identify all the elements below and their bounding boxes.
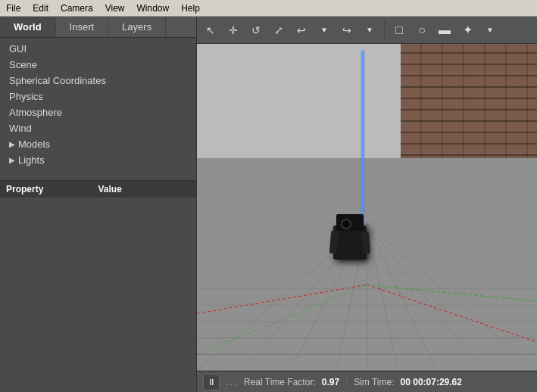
sphere-shape-button[interactable]: ○	[411, 20, 432, 41]
svg-line-18	[367, 285, 538, 343]
svg-line-16	[367, 224, 538, 371]
tree-item-scene[interactable]: Scene	[0, 57, 196, 73]
status-dots: ...	[226, 377, 238, 387]
content-area: World Insert Layers GUI Scene Spherical …	[0, 17, 537, 392]
svg-line-19	[367, 285, 538, 302]
tab-layers[interactable]: Layers	[108, 17, 166, 37]
tree-item-physics[interactable]: Physics	[0, 89, 196, 104]
main: World Insert Layers GUI Scene Spherical …	[0, 17, 537, 392]
select-tool-button[interactable]: ↖	[200, 20, 221, 41]
redo-more-button[interactable]: ▼	[359, 20, 380, 41]
statusbar: ⏸ ... Real Time Factor: 0.97 | Sim Time:…	[197, 371, 537, 392]
tree-item-gui[interactable]: GUI	[0, 41, 196, 57]
svg-line-13	[367, 224, 398, 371]
rtf-label: Real Time Factor:	[244, 377, 316, 387]
tree-item-models[interactable]: ▶ Models	[0, 136, 196, 152]
scene-view[interactable]	[197, 44, 537, 371]
tree-item-atmosphere[interactable]: Atmosphere	[0, 104, 196, 120]
ceiling	[197, 44, 418, 168]
blue-axis-line	[362, 51, 364, 234]
menu-view[interactable]: View	[99, 2, 131, 15]
svg-line-17	[197, 285, 367, 314]
light-tool-button[interactable]: ✦	[457, 20, 478, 41]
property-header: Property Value	[0, 181, 196, 198]
undo-button[interactable]: ↩	[291, 20, 312, 41]
scale-tool-button[interactable]: ⤢	[268, 20, 289, 41]
svg-line-20	[197, 285, 367, 355]
status-separator: |	[345, 377, 348, 387]
move-tool-button[interactable]: ✛	[223, 20, 244, 41]
tree-panel: GUI Scene Spherical Coordinates Physics …	[0, 38, 196, 180]
tab-insert[interactable]: Insert	[56, 17, 109, 37]
cylinder-shape-button[interactable]: ▬	[434, 20, 455, 41]
tree-item-wind[interactable]: Wind	[0, 120, 196, 136]
menu-file[interactable]: File	[0, 2, 27, 15]
box-shape-button[interactable]: □	[389, 20, 410, 41]
rtf-value: 0.97	[322, 377, 339, 387]
rotate-tool-button[interactable]: ↺	[245, 20, 267, 41]
svg-line-14	[367, 224, 437, 371]
pause-button[interactable]: ⏸	[203, 374, 220, 390]
more-tools-button[interactable]: ▼	[479, 20, 501, 41]
grid-overlay	[197, 158, 537, 371]
tree-item-spherical[interactable]: Spherical Coordinates	[0, 73, 196, 89]
redo-button[interactable]: ↪	[336, 20, 357, 41]
menu-help[interactable]: Help	[175, 2, 206, 15]
left-panel: World Insert Layers GUI Scene Spherical …	[0, 17, 197, 392]
tree-item-lights[interactable]: ▶ Lights	[0, 152, 196, 168]
menu-window[interactable]: Window	[131, 2, 176, 15]
property-col-header: Property	[6, 184, 98, 194]
lights-arrow-icon: ▶	[9, 156, 15, 164]
models-arrow-icon: ▶	[9, 140, 15, 148]
scene-robot	[330, 216, 370, 260]
sim-time-label: Sim Time:	[354, 377, 394, 387]
tab-bar: World Insert Layers	[0, 17, 196, 38]
tab-world[interactable]: World	[0, 17, 56, 37]
property-panel: Property Value	[0, 180, 196, 392]
value-col-header: Value	[98, 184, 191, 194]
toolbar: ↖ ✛ ↺ ⤢ ↩ ▼ ↪ ▼ □ ○ ▬ ✦ ▼	[197, 17, 537, 44]
undo-more-button[interactable]: ▼	[314, 20, 335, 41]
sim-time-value: 00 00:07:29.62	[401, 377, 462, 387]
svg-line-15	[367, 224, 483, 371]
menu-edit[interactable]: Edit	[27, 2, 55, 15]
toolbar-separator-1	[384, 21, 385, 39]
menu-camera[interactable]: Camera	[55, 2, 99, 15]
viewport: ↖ ✛ ↺ ⤢ ↩ ▼ ↪ ▼ □ ○ ▬ ✦ ▼	[197, 17, 537, 392]
menubar: File Edit Camera View Window Help	[0, 0, 537, 17]
